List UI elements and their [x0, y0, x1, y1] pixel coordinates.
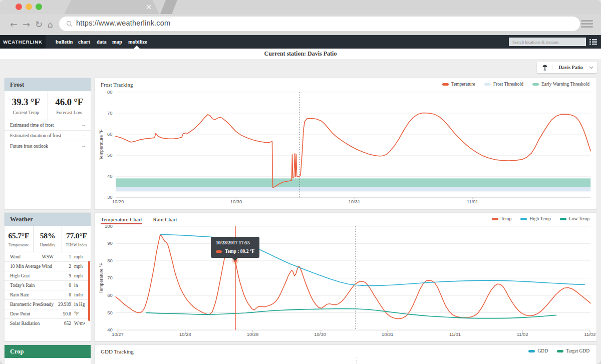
table-row: Wind WSW 1 mph: [5, 252, 91, 261]
row-label: Estimated time of frost: [10, 123, 54, 128]
temperature-value: 65.7°F: [5, 231, 33, 240]
frost-tracking-chart[interactable]: 30405060708010/2910/3010/3111/01Temperat…: [95, 78, 596, 209]
tab-rain-chart[interactable]: Rain Chart: [153, 216, 177, 224]
humidity-stat: 58% Humidity: [33, 226, 62, 252]
nav-item-map[interactable]: map: [112, 35, 122, 49]
weatherlink-logo[interactable]: WEATHERLINK: [0, 35, 46, 49]
legend-swatch: [528, 350, 535, 352]
table-row: Barometric Pressure Steady 29.939 in Hg: [5, 299, 91, 309]
window-close-button[interactable]: [16, 4, 22, 10]
thsw-value: 77.0°F: [62, 231, 91, 240]
legend-label: Temperature: [451, 82, 475, 87]
legend-swatch: [532, 83, 539, 86]
nav-item-chart[interactable]: chart: [78, 35, 90, 49]
tooltip-series-swatch: [216, 250, 222, 253]
table-row: 10 Min Average Wind 2 mph: [5, 261, 91, 271]
table-row: Rain Rate 0 in/hr: [5, 290, 91, 299]
row-value: --: [82, 133, 85, 138]
legend-item[interactable]: Temp: [492, 216, 512, 221]
svg-text:Temperature °F: Temperature °F: [99, 262, 104, 293]
current-station-banner: Current station: Davis Patio: [0, 49, 601, 59]
svg-text:10/31: 10/31: [349, 199, 361, 204]
svg-text:90: 90: [107, 240, 112, 246]
nav-item-bulletin[interactable]: bulletin: [56, 35, 73, 49]
thsw-stat: 77.0°F THSW Index: [62, 226, 91, 252]
current-temp-stat: 39.3 °F Current Temp: [5, 91, 48, 120]
svg-text:70: 70: [107, 275, 112, 280]
svg-text:40: 40: [107, 173, 112, 179]
legend-label: GDD: [537, 348, 548, 353]
svg-text:50: 50: [107, 310, 112, 315]
app-navbar: WEATHERLINK bulletin chart data map mobi…: [0, 35, 601, 49]
row-qualifier: WSW: [42, 254, 54, 259]
row-value: 652: [56, 321, 71, 326]
tab-close-icon[interactable]: [146, 5, 151, 10]
humidity-value: 58%: [34, 231, 62, 240]
svg-text:50: 50: [107, 152, 112, 158]
crop-panel: Crop: [4, 344, 91, 364]
row-unit: in: [74, 283, 87, 288]
row-label: Today's Rain: [10, 283, 54, 288]
svg-text:Temperature °F: Temperature °F: [99, 129, 104, 160]
back-button[interactable]: ←: [10, 18, 18, 32]
forward-button[interactable]: →: [23, 18, 30, 32]
address-bar[interactable]: https://www.weatherlink.com: [59, 17, 580, 31]
legend-item[interactable]: GDD: [528, 348, 548, 353]
temperature-chart[interactable]: 40506070809010010/2710/2810/2910/3010/31…: [95, 213, 596, 341]
row-unit: °F: [74, 311, 87, 316]
browser-tab[interactable]: [64, 0, 159, 14]
station-selector[interactable]: Davis Patio: [537, 62, 597, 73]
frost-stats: 39.3 °F Current Temp 46.0 °F Forecast Lo…: [5, 91, 91, 120]
frost-rows: Estimated time of frost -- Estimated dur…: [5, 120, 91, 151]
frost-panel: Frost 39.3 °F Current Temp 46.0 °F Forec…: [4, 78, 91, 209]
home-button[interactable]: ⌂: [48, 18, 53, 32]
background-tab[interactable]: [160, 0, 177, 14]
tab-temperature-chart[interactable]: Temperature Chart: [101, 216, 142, 224]
humidity-label: Humidity: [34, 243, 62, 247]
temperature-stat: 65.7°F Temperature: [5, 226, 33, 252]
row-label: Barometric Pressure: [10, 302, 41, 307]
svg-text:10/31: 10/31: [382, 331, 394, 337]
legend-item[interactable]: Early Warning Threshold: [532, 82, 589, 87]
chevron-down-icon: [589, 66, 593, 69]
refresh-button[interactable]: ↻: [35, 18, 43, 32]
legend-item[interactable]: Temperature: [442, 82, 475, 87]
frost-tracking-card: Frost Tracking Temperature Frost Thresho…: [94, 78, 597, 209]
legend-label: Target GDD: [566, 348, 589, 353]
row-label: Dew Point: [10, 311, 54, 316]
row-label: Wind: [10, 254, 42, 259]
legend-item[interactable]: Low Temp: [560, 216, 589, 221]
browser-menu-icon[interactable]: [581, 20, 593, 29]
nav-item-data[interactable]: data: [97, 35, 107, 49]
panel-scrollbar[interactable]: [88, 261, 90, 321]
frost-panel-header[interactable]: Frost: [5, 78, 91, 91]
chart-legend: GDD Target GDD: [528, 348, 589, 353]
table-row: Solar Radiation 652 W/m²: [5, 318, 91, 328]
legend-swatch: [557, 350, 563, 352]
temperature-chart-card: Temperature Chart Rain Chart Temp High T…: [94, 212, 597, 341]
table-row: Today's Rain 0 in: [5, 280, 91, 290]
window-zoom-button[interactable]: [36, 4, 42, 10]
chart-title: GDD Tracking: [101, 348, 134, 354]
forecast-low-stat: 46.0 °F Forecast Low: [48, 91, 91, 120]
legend-item[interactable]: High Temp: [520, 216, 551, 221]
legend-label: High Temp: [529, 216, 551, 221]
legend-item[interactable]: Frost Threshold: [484, 82, 523, 87]
tooltip-datetime: 10/28/2017 17:55: [216, 240, 254, 245]
crop-panel-header[interactable]: Crop: [5, 345, 91, 358]
browser-tab-strip: [0, 0, 601, 14]
weather-station-icon: [541, 64, 548, 71]
legend-label: Early Warning Threshold: [541, 82, 589, 87]
station-search-input[interactable]: [509, 38, 586, 46]
gdd-tracking-chart[interactable]: [95, 345, 596, 364]
weather-panel-header[interactable]: Weather: [5, 213, 91, 226]
legend-swatch: [484, 83, 491, 86]
window-minimize-button[interactable]: [26, 4, 32, 10]
row-label: High Gust: [10, 273, 54, 278]
row-value: 2: [56, 264, 71, 269]
svg-text:11/01: 11/01: [467, 199, 478, 204]
legend-item[interactable]: Target GDD: [557, 348, 589, 353]
tooltip-arrow: [232, 258, 238, 261]
row-unit: W/m²: [74, 321, 87, 326]
station-list-icon[interactable]: [589, 39, 597, 45]
